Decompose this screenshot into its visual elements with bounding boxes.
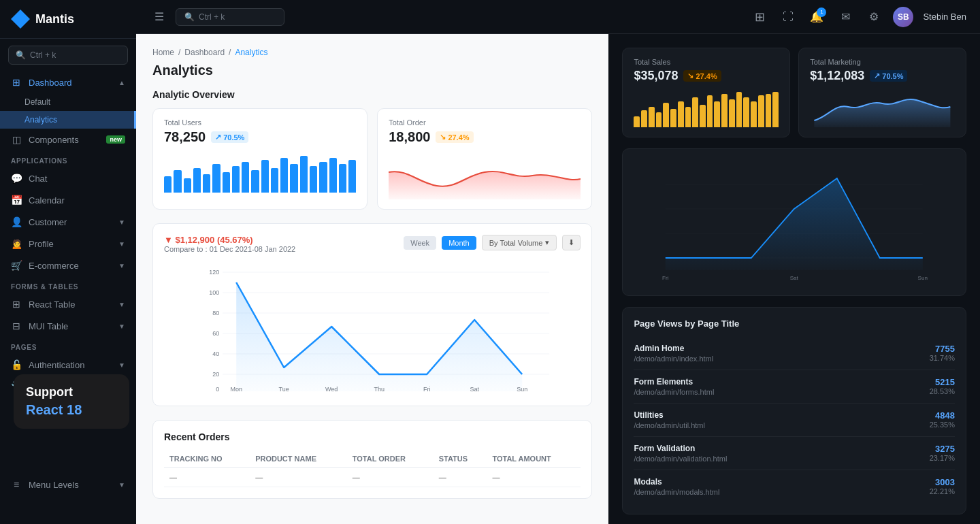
page-views-title: Page Views by Page Title bbox=[634, 318, 955, 329]
stat-marketing-badge: ↗ 70.5% bbox=[870, 70, 907, 82]
breadcrumb-sep2: / bbox=[229, 48, 231, 57]
volume-button[interactable]: By Total Volume ▾ bbox=[482, 235, 557, 250]
dark-stats-row: Total Sales $35,078 ↘ 27.4% Total Market… bbox=[622, 48, 966, 137]
apps-icon[interactable]: ⊞ bbox=[750, 7, 769, 27]
sidebar-item-mui-table[interactable]: ⊟ MUI Table ▼ bbox=[0, 315, 136, 337]
support-title: Support bbox=[26, 385, 117, 399]
page-view-row[interactable]: Form Elements /demo/admin/forms.html 521… bbox=[634, 370, 955, 404]
sidebar-item-chat[interactable]: 💬 Chat bbox=[0, 167, 136, 189]
bar bbox=[751, 101, 757, 128]
pv-page-name: Form Elements bbox=[634, 377, 714, 387]
income-controls: Week Month By Total Volume ▾ ⬇ bbox=[404, 235, 581, 250]
pv-path: /demo/admin/index.html bbox=[634, 355, 713, 363]
calendar-icon: 📅 bbox=[11, 195, 22, 206]
week-button[interactable]: Week bbox=[404, 236, 436, 250]
topnav: ☰ 🔍 Ctrl + k ⊞ ⛶ 🔔 1 ✉ ⚙ SB Stebin Ben bbox=[136, 0, 980, 34]
pv-left: Admin Home /demo/admin/index.html bbox=[634, 344, 713, 363]
dark-income-chart: Fri Sat Sun bbox=[622, 148, 966, 296]
sidebar-search[interactable]: 🔍 Ctrl + k bbox=[8, 46, 128, 65]
sidebar-default-label: Default bbox=[24, 97, 50, 107]
dashboard-icon: ⊞ bbox=[11, 77, 22, 88]
svg-text:Sun: Sun bbox=[517, 386, 527, 393]
download-button[interactable]: ⬇ bbox=[562, 235, 581, 250]
sidebar-subitem-analytics[interactable]: Analytics bbox=[0, 111, 136, 129]
sidebar-item-components[interactable]: ◫ Components new bbox=[0, 129, 136, 150]
stat-marketing-label: Total Marketing bbox=[810, 58, 955, 66]
topnav-search[interactable]: 🔍 Ctrl + k bbox=[176, 8, 284, 26]
page-view-row[interactable]: Form Validation /demo/admin/validation.h… bbox=[634, 437, 955, 470]
bar bbox=[203, 174, 210, 193]
col-status: STATUS bbox=[434, 451, 487, 468]
content-left: Home / Dashboard / Analytics Analytics A… bbox=[136, 34, 608, 524]
bar bbox=[700, 105, 706, 127]
sidebar-item-profile[interactable]: 🙍 Profile ▼ bbox=[0, 233, 136, 255]
bar bbox=[743, 97, 749, 127]
bar bbox=[319, 162, 327, 193]
col-total-amount: TOTAL AMOUNT bbox=[487, 451, 581, 468]
sidebar-logo: Mantis bbox=[0, 0, 136, 39]
customer-arrow-icon: ▼ bbox=[118, 218, 125, 226]
hamburger-icon[interactable]: ☰ bbox=[150, 7, 169, 27]
stat-order-label: Total Order bbox=[389, 118, 581, 127]
pv-count: 3275 bbox=[930, 444, 955, 454]
react-table-icon: ⊞ bbox=[11, 299, 22, 310]
dark-area-chart: Fri Sat Sun bbox=[634, 160, 955, 282]
mui-table-icon: ⊟ bbox=[11, 321, 22, 331]
support-tooltip[interactable]: Support React 18 bbox=[14, 374, 129, 429]
month-button[interactable]: Month bbox=[442, 236, 476, 250]
pv-count: 5215 bbox=[930, 377, 955, 387]
search-placeholder: Ctrl + k bbox=[30, 50, 56, 60]
support-subtitle: React 18 bbox=[26, 402, 117, 418]
svg-text:20: 20 bbox=[212, 371, 219, 378]
notification-icon[interactable]: 🔔 1 bbox=[807, 7, 826, 27]
stat-card-marketing: Total Marketing $1,12,083 ↗ 70.5% bbox=[798, 48, 966, 137]
sidebar-item-calendar[interactable]: 📅 Calendar bbox=[0, 189, 136, 211]
page-views-card: Page Views by Page Title Admin Home /dem… bbox=[622, 307, 966, 514]
settings-icon[interactable]: ⚙ bbox=[864, 7, 883, 27]
sidebar-item-react-table[interactable]: ⊞ React Table ▼ bbox=[0, 293, 136, 315]
pv-pct: 25.35% bbox=[930, 421, 955, 429]
sidebar-dashboard-label: Dashboard bbox=[29, 78, 112, 88]
sidebar-item-dashboard[interactable]: ⊞ Dashboard ▲ bbox=[0, 71, 136, 93]
page-view-row[interactable]: Utilities /demo/admin/util.html 4848 25.… bbox=[634, 404, 955, 437]
bar bbox=[663, 103, 669, 127]
fullscreen-icon[interactable]: ⛶ bbox=[779, 7, 798, 27]
pv-page-name: Modals bbox=[634, 477, 719, 487]
menu-levels-arrow-icon: ▼ bbox=[118, 481, 125, 489]
bar bbox=[656, 112, 662, 127]
user-avatar[interactable]: SB bbox=[893, 7, 913, 27]
sidebar-brand-name: Mantis bbox=[35, 12, 74, 27]
page-view-row[interactable]: Admin Home /demo/admin/index.html 7755 3… bbox=[634, 337, 955, 370]
customer-icon: 👤 bbox=[11, 216, 22, 227]
breadcrumb-dashboard[interactable]: Dashboard bbox=[184, 48, 225, 57]
svg-text:100: 100 bbox=[209, 289, 219, 296]
sidebar-item-authentication[interactable]: 🔓 Authentication ▼ bbox=[0, 354, 136, 376]
svg-text:120: 120 bbox=[209, 269, 219, 276]
pv-left: Form Validation /demo/admin/validation.h… bbox=[634, 444, 727, 463]
content-wrapper: Home / Dashboard / Analytics Analytics A… bbox=[136, 34, 980, 524]
bar bbox=[212, 164, 220, 193]
sidebar-item-menu-levels[interactable]: ≡ Menu Levels ▼ bbox=[0, 474, 136, 495]
stat-sales-label: Total Sales bbox=[634, 58, 779, 66]
sidebar: Mantis 🔍 Ctrl + k ⊞ Dashboard ▲ Default … bbox=[0, 0, 136, 524]
bar bbox=[692, 97, 698, 127]
mail-icon[interactable]: ✉ bbox=[836, 7, 855, 27]
income-overview-card: ▼ $1,12,900 (45.67%) Compare to : 01 Dec… bbox=[152, 223, 592, 406]
bar bbox=[766, 94, 772, 128]
sidebar-item-ecommerce[interactable]: 🛒 E-commerce ▼ bbox=[0, 255, 136, 276]
sidebar-subitem-default[interactable]: Default bbox=[0, 93, 136, 111]
bar bbox=[670, 109, 676, 128]
page-view-row[interactable]: Modals /demo/admin/modals.html 3003 22.2… bbox=[634, 470, 955, 503]
sidebar-components-label: Components bbox=[29, 135, 99, 145]
bar bbox=[232, 166, 240, 193]
breadcrumb-home[interactable]: Home bbox=[152, 48, 174, 57]
stat-sales-badge: ↘ 27.4% bbox=[683, 70, 721, 82]
search-text: Ctrl + k bbox=[199, 12, 225, 22]
logo-icon bbox=[11, 10, 30, 29]
bar bbox=[271, 168, 278, 193]
pv-path: /demo/admin/util.html bbox=[634, 421, 705, 429]
bar bbox=[721, 94, 728, 128]
user-name: Stebin Ben bbox=[923, 12, 966, 22]
bar bbox=[242, 162, 249, 193]
sidebar-item-customer[interactable]: 👤 Customer ▼ bbox=[0, 211, 136, 233]
